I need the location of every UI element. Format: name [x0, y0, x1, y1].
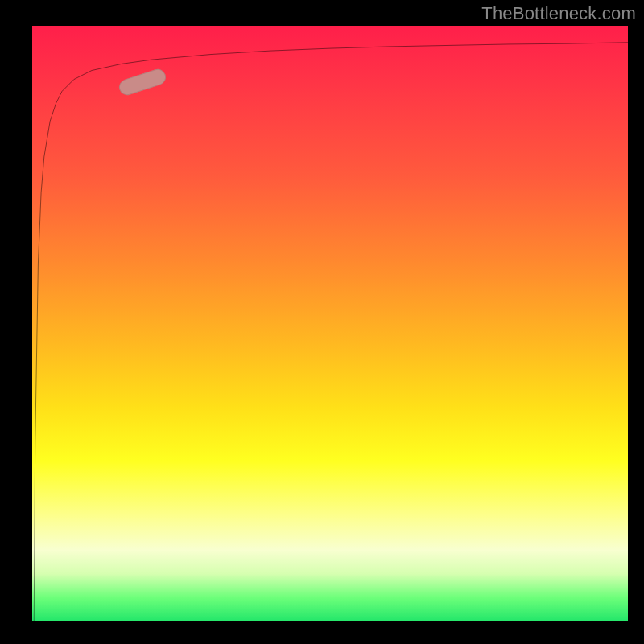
plot-area — [32, 26, 628, 621]
bottleneck-curve — [32, 26, 628, 621]
chart-frame: TheBottleneck.com — [0, 0, 644, 644]
watermark-text: TheBottleneck.com — [481, 3, 636, 24]
